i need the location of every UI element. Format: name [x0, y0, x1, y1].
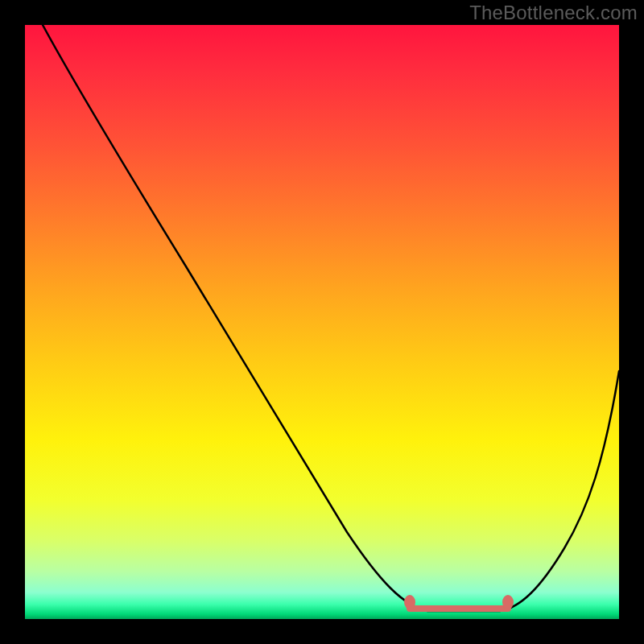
plot-area — [25, 25, 619, 619]
chart-frame: TheBottleneck.com — [0, 0, 644, 644]
curve-layer — [25, 25, 619, 619]
marker-right — [502, 595, 514, 609]
watermark-text: TheBottleneck.com — [469, 2, 638, 24]
bottleneck-curve — [43, 25, 619, 611]
marker-left — [404, 595, 415, 609]
